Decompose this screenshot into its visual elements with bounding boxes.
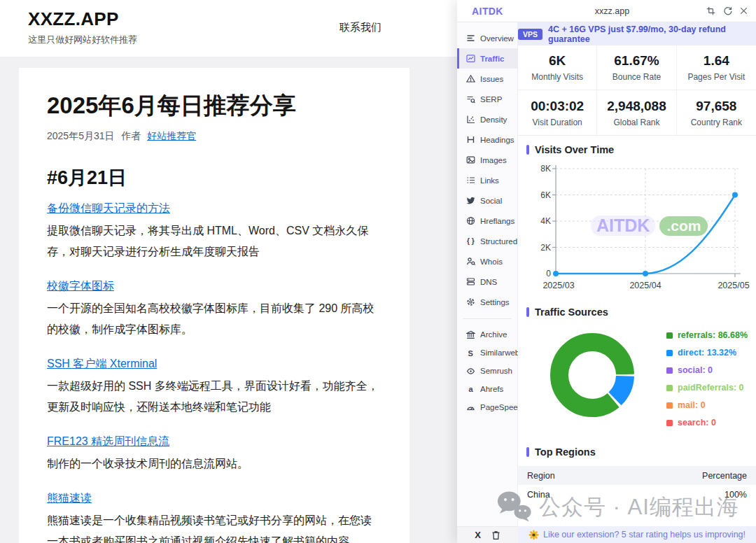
sidebar-item-images[interactable]: Images <box>457 150 517 170</box>
close-icon[interactable] <box>740 7 748 15</box>
sidebar-item-social[interactable]: Social <box>457 190 517 211</box>
traffic-sources-chart: referrals: 86.68% direct: 13.32% social:… <box>518 320 756 442</box>
archive-icon <box>466 330 475 339</box>
sidebar-item-label: PageSpeed <box>480 403 522 411</box>
refresh-icon[interactable] <box>723 6 732 15</box>
stat-global-rank: 2,948,088 Global Rank <box>597 90 676 135</box>
legend-label: mail: 0 <box>678 400 706 410</box>
legend-swatch <box>666 402 673 409</box>
sidebar-item-label: Ahrefs <box>480 385 503 393</box>
stat-label: Monthly Visits <box>531 72 583 82</box>
entry-desc: 熊猫速读是一个收集精品视频读书笔记或好书分享的网站，在您读一本书或者购买图书之前… <box>47 510 382 543</box>
y-tick: 0 <box>546 269 551 278</box>
sidebar-item-hreflangs[interactable]: Hreflangs <box>457 211 517 231</box>
article-title: 2025年6月每日推荐分享 <box>47 90 382 122</box>
pagespeed-icon <box>466 403 475 412</box>
sidebar-item-label: Headings <box>480 136 514 144</box>
sidebar-item-similarweb[interactable]: S Similarweb <box>457 344 517 362</box>
top-regions-table: Region Percentage China 100% <box>518 466 756 505</box>
section-title-text: Top Regions <box>535 446 596 458</box>
article-card: 2025年6月每日推荐分享 2025年5月31日 作者 好站推荐官 #6月21日… <box>19 68 410 543</box>
structured-icon: { } <box>466 237 475 246</box>
y-tick: 6K <box>540 190 551 200</box>
star-flower-icon <box>528 530 539 540</box>
legend-label: social: 0 <box>678 365 713 375</box>
stat-value: 6K <box>549 53 566 69</box>
sidebar-item-semrush[interactable]: Semrush <box>457 362 517 380</box>
section-title-regions: Top Regions <box>518 442 756 460</box>
sidebar-item-whois[interactable]: Whois <box>457 251 517 272</box>
vps-promo-banner[interactable]: VPS 4C + 16G VPS just $7.99/mo, 30-day r… <box>518 22 756 45</box>
data-point <box>643 271 648 276</box>
stat-monthly-visits: 6K Monthly Visits <box>518 45 597 90</box>
stat-value: 00:03:02 <box>531 99 584 114</box>
site-subtitle: 这里只做好网站好软件推荐 <box>28 34 137 46</box>
panel-header: AITDK xxzz.app <box>457 0 756 22</box>
entry-link[interactable]: 备份微信聊天记录的方法 <box>47 202 170 214</box>
legend-item-direct: direct: 13.32% <box>666 348 748 358</box>
sidebar-item-label: DNS <box>480 278 497 286</box>
sidebar-item-archive[interactable]: Archive <box>457 325 517 344</box>
svg-text:a: a <box>469 385 474 393</box>
entry-link[interactable]: SSH 客户端 Xterminal <box>47 358 157 369</box>
panel-main: VPS 4C + 16G VPS just $7.99/mo, 30-day r… <box>518 22 756 526</box>
title-accent-bar <box>526 447 529 457</box>
sidebar-item-label: Hreflangs <box>480 217 514 225</box>
trash-icon[interactable] <box>491 530 500 540</box>
nav-contact-link[interactable]: 联系我们 <box>340 21 382 34</box>
hreflangs-icon <box>466 216 475 225</box>
donut-legend: referrals: 86.68% direct: 13.32% social:… <box>666 330 748 435</box>
sidebar-item-label: SERP <box>480 95 502 104</box>
legend-item-mail: mail: 0 <box>666 400 748 410</box>
entry-desc: 一款超级好用的 SSH 多终端远程工具，界面设计好看，功能齐全，更新及时响应快，… <box>47 376 382 418</box>
sidebar-item-serp[interactable]: SERP <box>457 89 517 109</box>
article-date: 2025年5月31日 <box>47 130 115 141</box>
sidebar-item-links[interactable]: Links <box>457 170 517 190</box>
section-title-text: Traffic Sources <box>535 306 608 318</box>
current-domain: xxzz.app <box>518 6 706 16</box>
sidebar-item-headings[interactable]: Headings <box>457 129 517 150</box>
social-icon <box>466 196 475 205</box>
sidebar-item-settings[interactable]: Settings <box>457 292 517 312</box>
legend-swatch <box>666 367 673 374</box>
column-header-percentage: Percentage <box>702 471 747 481</box>
section-title-text: Visits Over Time <box>535 144 614 155</box>
sidebar-item-label: Settings <box>480 298 510 306</box>
sidebar-item-structured[interactable]: { } Structured <box>457 231 517 251</box>
y-tick: 8K <box>540 164 551 174</box>
entry-link[interactable]: FRE123 精选周刊信息流 <box>47 435 169 447</box>
entry-desc: 一个开源的全国知名高校校徽字体图标库，目前收集了 290 所高校的校徽，制作成字… <box>47 298 382 340</box>
list-item: 备份微信聊天记录的方法 提取微信聊天记录，将其导出成 HTML、Word、CSV… <box>47 202 382 262</box>
entry-link[interactable]: 校徽字体图标 <box>47 280 114 292</box>
sidebar-item-pagespeed[interactable]: PageSpeed <box>457 398 517 416</box>
sidebar-item-label: Issues <box>480 75 503 83</box>
sidebar-item-dns[interactable]: DNS <box>457 272 517 292</box>
stat-value: 2,948,088 <box>607 99 666 114</box>
visits-line-chart: 8K 6K 4K 2K 0 2025/03 2025/04 2025/05 <box>522 158 753 298</box>
stat-label: Bounce Rate <box>612 72 661 82</box>
percentage-cell: 100% <box>724 490 747 500</box>
region-cell: China <box>527 490 550 500</box>
x-logo-icon[interactable]: X <box>475 530 481 540</box>
legend-label: referrals: 86.68% <box>678 330 748 340</box>
entry-link[interactable]: 熊猫速读 <box>47 492 92 504</box>
x-tick: 2025/04 <box>629 281 661 290</box>
sidebar-item-density[interactable]: Density <box>457 109 517 129</box>
crop-icon[interactable] <box>706 6 715 15</box>
whois-icon <box>466 257 475 266</box>
title-accent-bar <box>526 307 529 317</box>
stat-visit-duration: 00:03:02 Visit Duration <box>518 90 597 135</box>
sidebar-item-issues[interactable]: Issues <box>457 69 517 89</box>
dns-icon <box>466 277 475 286</box>
sidebar-divider <box>463 318 512 319</box>
author-link[interactable]: 好站推荐官 <box>147 130 196 141</box>
stat-pages-per-visit: 1.64 Pages Per Visit <box>677 45 756 90</box>
sidebar: Overview Traffic Issues SERP Density <box>457 22 518 526</box>
rating-prompt[interactable]: Like our extension? 5 star rating helps … <box>518 526 756 543</box>
sidebar-item-overview[interactable]: Overview <box>457 28 517 48</box>
legend-swatch <box>666 385 673 391</box>
sidebar-item-traffic[interactable]: Traffic <box>457 48 517 69</box>
density-icon <box>466 115 475 124</box>
sidebar-item-ahrefs[interactable]: a Ahrefs <box>457 380 517 398</box>
stat-value: 1.64 <box>704 53 729 69</box>
